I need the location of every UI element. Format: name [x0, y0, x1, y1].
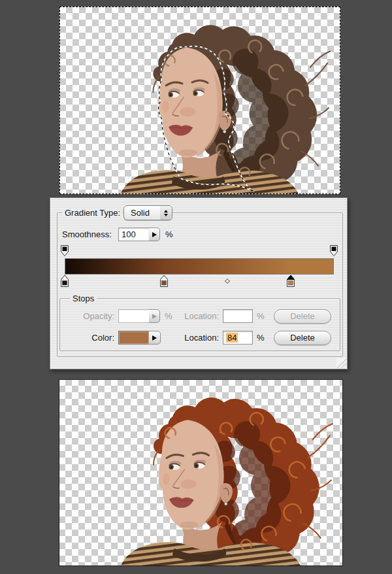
gradient-type-dropdown[interactable]: Solid — [123, 205, 172, 220]
opacity-location-label: Location: — [180, 311, 219, 321]
right-arrow-icon — [152, 314, 157, 319]
color-stop[interactable] — [159, 275, 169, 288]
location-value-highlight: 84 — [226, 333, 238, 343]
gradient-type-value: Solid — [124, 206, 160, 220]
photoshop-canvas-result[interactable] — [59, 379, 343, 566]
delete-opacity-stop-button: Delete — [274, 309, 331, 324]
gradient-midpoint[interactable] — [224, 277, 231, 283]
color-stop[interactable] — [60, 275, 69, 288]
smoothness-unit: % — [165, 229, 173, 239]
color-location-label: Location: — [180, 333, 219, 343]
opacity-unit: % — [165, 311, 172, 321]
portrait-red-hair — [59, 379, 343, 566]
color-stop-selected[interactable] — [286, 275, 295, 288]
opacity-location-input — [223, 309, 253, 323]
workspace-background: { "page": { "background": "#4b4b4b", "ch… — [0, 0, 392, 574]
dropdown-arrows-icon — [160, 206, 172, 220]
stops-group-label: Stops — [70, 294, 97, 303]
portrait-brown-hair — [59, 7, 340, 194]
color-popup-button[interactable] — [149, 331, 161, 345]
resize-grip[interactable] — [336, 358, 346, 368]
right-arrow-icon — [152, 232, 157, 237]
photoshop-canvas-selected[interactable] — [59, 7, 340, 194]
right-arrow-icon — [152, 335, 157, 341]
opacity-popup-button — [149, 309, 160, 323]
smoothness-label: Smoothness: — [62, 229, 112, 239]
color-location-input[interactable]: 84 — [223, 331, 253, 345]
delete-color-stop-button[interactable]: Delete — [274, 331, 331, 345]
smoothness-input[interactable]: 100 — [118, 228, 150, 241]
gradient-type-label: Gradient Type: — [62, 208, 123, 218]
opacity-label: Opacity: — [62, 311, 114, 321]
color-label: Color: — [62, 333, 114, 343]
smoothness-popup-button[interactable] — [149, 228, 160, 241]
color-location-unit: % — [257, 333, 265, 343]
color-swatch[interactable] — [118, 331, 150, 345]
gradient-editor-dialog: Gradient Type: Solid Smoothness: 100 % S… — [50, 197, 348, 369]
opacity-input — [118, 309, 150, 323]
opacity-stop[interactable] — [60, 245, 69, 258]
opacity-location-unit: % — [257, 311, 265, 321]
gradient-preview-bar[interactable] — [65, 258, 334, 275]
opacity-stop[interactable] — [329, 245, 338, 258]
